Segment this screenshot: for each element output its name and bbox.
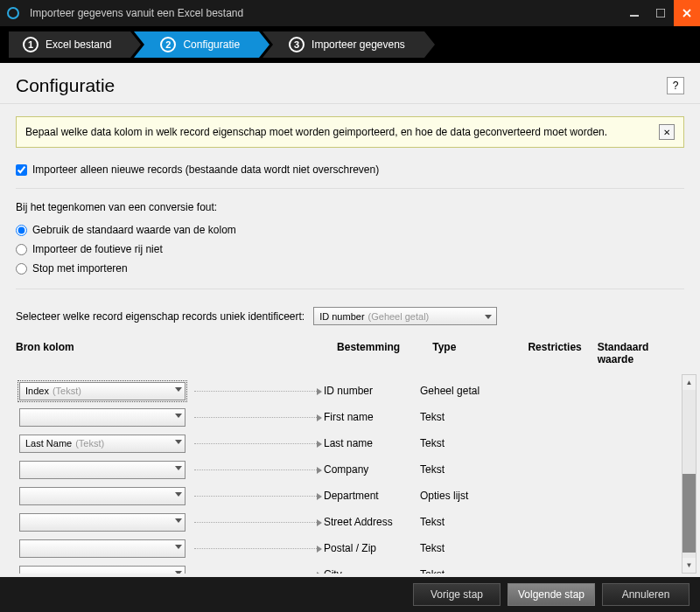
window-title: Importeer gegevens vanuit een Excel best… bbox=[26, 7, 621, 19]
type-label: Tekst bbox=[420, 437, 516, 449]
chevron-down-icon bbox=[175, 490, 182, 497]
chevron-down-icon bbox=[175, 464, 182, 471]
conversion-error-group: Gebruik de standaard waarde van de kolom… bbox=[16, 219, 684, 280]
content-pane: Configuratie ? Bepaal welke data kolom i… bbox=[0, 63, 700, 577]
conversion-label: Gebruik de standaard waarde van de kolom bbox=[32, 224, 236, 236]
scroll-up-icon[interactable]: ▲ bbox=[682, 375, 696, 390]
conversion-label: Stop met importeren bbox=[32, 262, 128, 275]
source-column-combo[interactable] bbox=[19, 461, 186, 479]
scrollbar[interactable]: ▲ ▼ bbox=[682, 374, 696, 574]
mapping-area: Index(Tekst)ID numberGeheel getalFirst n… bbox=[16, 374, 696, 574]
step-configuratie[interactable]: 2 Configuratie bbox=[134, 31, 259, 58]
conversion-option-default[interactable]: Gebruik de standaard waarde van de kolom bbox=[16, 220, 684, 240]
svg-marker-5 bbox=[485, 315, 492, 319]
titlebar: Importeer gegevens vanuit een Excel best… bbox=[0, 0, 700, 26]
only-new-records-label: Importeer alleen nieuwe records (bestaan… bbox=[32, 163, 379, 176]
conversion-label: Importeer de foutieve rij niet bbox=[32, 243, 163, 255]
destination-label: ID number bbox=[324, 385, 420, 397]
mapping-row: Last Name(Tekst)Last nameTekst bbox=[16, 430, 682, 456]
step-number: 3 bbox=[289, 37, 304, 52]
divider bbox=[16, 289, 684, 289]
source-column-combo[interactable] bbox=[19, 539, 186, 558]
source-column-combo[interactable] bbox=[19, 487, 186, 505]
chevron-down-icon bbox=[175, 438, 182, 445]
mapping-table-header: Bron kolom Bestemming Type Restricties S… bbox=[16, 334, 684, 371]
app-icon bbox=[0, 6, 26, 20]
chevron-down-icon bbox=[175, 517, 182, 524]
chevron-down-icon bbox=[175, 569, 182, 574]
only-new-records-checkbox[interactable]: Importeer alleen nieuwe records (bestaan… bbox=[16, 160, 684, 179]
mapping-row: Index(Tekst)ID numberGeheel getal bbox=[16, 378, 682, 404]
mapping-row: DepartmentOpties lijst bbox=[16, 483, 682, 509]
info-banner: Bepaal welke data kolom in welk record e… bbox=[16, 116, 684, 148]
type-label: Opties lijst bbox=[420, 490, 516, 502]
mapping-row: Postal / ZipTekst bbox=[16, 535, 682, 561]
step-importeer-gegevens[interactable]: 3 Importeer gegevens bbox=[262, 31, 424, 58]
type-label: Tekst bbox=[420, 411, 516, 423]
conversion-option-skip-row[interactable]: Importeer de foutieve rij niet bbox=[16, 240, 684, 259]
scroll-down-icon[interactable]: ▼ bbox=[682, 558, 696, 573]
only-new-records-input[interactable] bbox=[16, 164, 27, 176]
chevron-down-icon bbox=[482, 310, 494, 322]
svg-marker-11 bbox=[175, 518, 182, 523]
svg-marker-6 bbox=[175, 387, 182, 392]
maximize-button[interactable] bbox=[648, 0, 674, 26]
previous-button[interactable]: Vorige stap bbox=[413, 583, 500, 606]
next-button[interactable]: Volgende stap bbox=[508, 583, 595, 606]
step-excel-bestand[interactable]: 1 Excel bestand bbox=[9, 31, 130, 58]
chevron-down-icon bbox=[175, 543, 182, 550]
step-number: 2 bbox=[160, 37, 176, 52]
svg-marker-13 bbox=[175, 571, 182, 574]
header-source: Bron kolom bbox=[16, 341, 337, 365]
source-column-hint: (Tekst) bbox=[75, 438, 104, 449]
conversion-option-stop[interactable]: Stop met importeren bbox=[16, 259, 684, 278]
mapping-arrow-icon bbox=[194, 496, 318, 497]
header-type: Type bbox=[432, 341, 528, 365]
header-restrictions: Restricties bbox=[528, 341, 597, 365]
svg-point-0 bbox=[8, 8, 18, 18]
step-bar: 1 Excel bestand 2 Configuratie 3 Importe… bbox=[0, 26, 700, 63]
help-button[interactable]: ? bbox=[667, 77, 684, 94]
mapping-arrow-icon bbox=[194, 443, 318, 444]
unique-identifier-label: Selecteer welke record eigenschap record… bbox=[16, 310, 304, 323]
cancel-button[interactable]: Annuleren bbox=[602, 583, 690, 606]
conversion-radio-skip[interactable] bbox=[16, 244, 27, 255]
unique-identifier-row: Selecteer welke record eigenschap record… bbox=[16, 298, 684, 334]
close-button[interactable] bbox=[674, 0, 700, 26]
scroll-thumb[interactable] bbox=[682, 474, 696, 553]
info-close-button[interactable]: ✕ bbox=[659, 124, 675, 140]
svg-marker-8 bbox=[175, 440, 182, 444]
unique-identifier-hint: (Geheel getal) bbox=[368, 311, 430, 322]
source-column-combo[interactable] bbox=[19, 513, 186, 532]
source-column-combo[interactable] bbox=[19, 566, 186, 574]
source-column-combo[interactable] bbox=[19, 408, 186, 427]
svg-marker-12 bbox=[175, 545, 182, 549]
mapping-arrow-icon bbox=[194, 391, 318, 392]
source-column-combo[interactable]: Index(Tekst) bbox=[19, 382, 186, 400]
svg-marker-7 bbox=[175, 414, 182, 418]
page-header: Configuratie ? bbox=[0, 63, 700, 104]
chevron-down-icon bbox=[175, 412, 182, 419]
mapping-row: Street AddressTekst bbox=[16, 509, 682, 535]
header-destination: Bestemming bbox=[337, 341, 432, 365]
destination-label: Postal / Zip bbox=[324, 542, 420, 554]
mapping-arrow-icon bbox=[194, 469, 318, 470]
conversion-radio-default[interactable] bbox=[16, 225, 27, 236]
step-label: Configuratie bbox=[183, 38, 240, 51]
conversion-radio-stop[interactable] bbox=[16, 263, 27, 275]
unique-identifier-combo[interactable]: ID number (Geheel getal) bbox=[313, 307, 497, 325]
type-label: Tekst bbox=[420, 542, 516, 554]
source-column-value: Index bbox=[25, 386, 49, 396]
source-column-hint: (Tekst) bbox=[52, 386, 81, 396]
destination-label: First name bbox=[324, 411, 420, 423]
type-label: Tekst bbox=[420, 463, 516, 476]
mapping-row: CityTekst bbox=[16, 561, 682, 574]
type-label: Tekst bbox=[420, 568, 516, 574]
type-label: Geheel getal bbox=[420, 385, 516, 397]
scroll-track[interactable] bbox=[682, 390, 696, 558]
page-title: Configuratie bbox=[16, 75, 667, 96]
source-column-combo[interactable]: Last Name(Tekst) bbox=[19, 435, 186, 453]
step-label: Importeer gegevens bbox=[312, 38, 405, 51]
info-message: Bepaal welke data kolom in welk record e… bbox=[25, 126, 659, 138]
minimize-button[interactable] bbox=[621, 0, 648, 26]
